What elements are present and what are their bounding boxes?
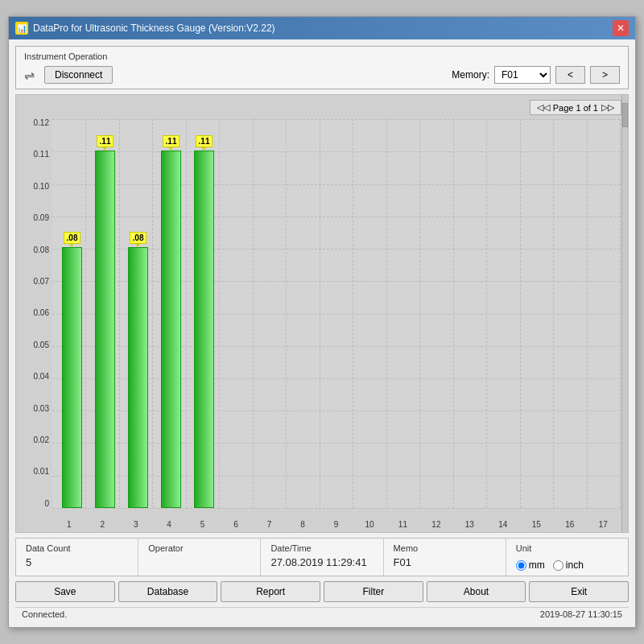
info-panel: Data Count 5 Operator Date/Time 27.08.20… — [15, 538, 629, 576]
bar-5: .11 — [194, 151, 214, 508]
filter-button[interactable]: Filter — [324, 581, 423, 602]
memo-label: Memo — [394, 543, 496, 553]
datetime-section: Date/Time 27.08.2019 11:29:41 — [261, 539, 383, 576]
window-title: DataPro for Ultrasonic Thickness Gauge (… — [33, 23, 275, 34]
x-axis-labels: 1 2 3 4 5 6 7 8 9 10 11 12 13 14 15 16 1… — [52, 520, 620, 529]
y-label-03: 0.03 — [34, 405, 49, 413]
instrument-controls: ⇌ Disconnect Memory: F01 < > — [24, 66, 620, 84]
main-window: 📊 DataPro for Ultrasonic Thickness Gauge… — [8, 16, 636, 628]
disconnect-button[interactable]: Disconnect — [44, 66, 113, 84]
report-button[interactable]: Report — [221, 581, 320, 602]
memory-section: Memory: F01 < > — [452, 66, 620, 84]
unit-inch-radio[interactable] — [553, 560, 564, 571]
unit-section: Unit mm inch — [506, 539, 628, 576]
bar-container: .08 .11 .08 .11 — [52, 119, 620, 508]
bar-slot-14 — [485, 119, 518, 508]
data-count-label: Data Count — [26, 543, 128, 553]
operator-label: Operator — [148, 543, 250, 553]
unit-inch-label[interactable]: inch — [553, 559, 584, 571]
x-label-9: 9 — [320, 520, 353, 529]
bar-slot-9 — [320, 119, 353, 508]
memo-section: Memo F01 — [384, 539, 506, 576]
x-label-11: 11 — [386, 520, 419, 529]
next-page-icon: ▷▷ — [601, 102, 614, 113]
bar-slot-15 — [518, 119, 551, 508]
y-label-12: 0.12 — [34, 119, 49, 127]
about-button[interactable]: About — [427, 581, 526, 602]
y-label-02: 0.02 — [34, 436, 49, 444]
bar-slot-1: .08 — [56, 119, 89, 508]
bar-label-1: .08 — [64, 232, 81, 244]
database-button[interactable]: Database — [118, 581, 218, 602]
unit-mm-text: mm — [529, 559, 545, 571]
x-label-8: 8 — [286, 520, 319, 529]
next-button[interactable]: > — [590, 66, 620, 84]
unit-label: Unit — [516, 543, 618, 553]
x-label-3: 3 — [119, 520, 152, 529]
x-label-15: 15 — [520, 520, 553, 529]
unit-controls: mm inch — [516, 559, 618, 571]
x-label-5: 5 — [186, 520, 219, 529]
grid-h-12 — [52, 508, 620, 509]
status-right: 2019-08-27 11:30:15 — [540, 609, 622, 619]
y-label-09: 0.09 — [34, 214, 49, 222]
bar-slot-3: .08 — [122, 119, 155, 508]
status-bar: Connected. 2019-08-27 11:30:15 — [15, 607, 629, 621]
y-label-08: 0.08 — [34, 246, 49, 254]
x-label-1: 1 — [52, 520, 85, 529]
bar-slot-16 — [551, 119, 584, 508]
prev-button[interactable]: < — [555, 66, 585, 84]
window-content: Instrument Operation ⇌ Disconnect Memory… — [9, 39, 635, 627]
y-label-07: 0.07 — [34, 278, 49, 286]
app-icon: 📊 — [15, 22, 28, 35]
chart-scrollbar[interactable] — [621, 95, 628, 532]
unit-inch-text: inch — [566, 559, 584, 571]
unit-mm-radio[interactable] — [516, 560, 526, 571]
x-label-6: 6 — [219, 520, 252, 529]
title-bar-left: 📊 DataPro for Ultrasonic Thickness Gauge… — [15, 22, 275, 35]
grid-v-17 — [620, 119, 621, 508]
close-button[interactable]: ✕ — [613, 20, 629, 36]
scrollbar-thumb — [622, 103, 628, 127]
y-label-05: 0.05 — [34, 341, 49, 349]
memory-select[interactable]: F01 — [494, 66, 551, 84]
title-bar: 📊 DataPro for Ultrasonic Thickness Gauge… — [9, 17, 635, 39]
x-label-17: 17 — [587, 520, 620, 529]
operator-section: Operator — [138, 539, 261, 576]
usb-icon: ⇌ — [24, 68, 35, 83]
x-label-14: 14 — [486, 520, 519, 529]
bar-slot-10 — [353, 119, 386, 508]
page-indicator: ◁◁ Page 1 of 1 ▷▷ — [530, 100, 621, 115]
y-label-10: 0.10 — [34, 183, 49, 191]
exit-button[interactable]: Exit — [529, 581, 629, 602]
y-axis-labels: 0.12 0.11 0.10 0.09 0.08 0.07 0.06 0.05 … — [16, 119, 52, 508]
y-label-00: 0 — [44, 500, 49, 508]
bar-4: .11 — [161, 151, 181, 508]
y-label-04: 0.04 — [34, 373, 49, 381]
bar-2: .11 — [95, 151, 115, 508]
datetime-value: 27.08.2019 11:29:41 — [270, 556, 373, 568]
bar-slot-8 — [287, 119, 320, 508]
bar-slot-13 — [452, 119, 485, 508]
bar-label-4: .11 — [163, 135, 180, 147]
memo-value: F01 — [394, 556, 496, 568]
bar-slot-7 — [254, 119, 287, 508]
y-label-11: 0.11 — [34, 151, 49, 159]
bar-slot-12 — [419, 119, 452, 508]
bar-label-3: .08 — [130, 232, 147, 244]
bar-slot-5: .11 — [188, 119, 221, 508]
bar-label-2: .11 — [97, 135, 114, 147]
bar-slot-17 — [584, 119, 617, 508]
x-label-2: 2 — [85, 520, 118, 529]
bar-slot-6 — [221, 119, 254, 508]
datetime-label: Date/Time — [270, 543, 373, 553]
save-button[interactable]: Save — [15, 581, 115, 602]
instrument-panel: Instrument Operation ⇌ Disconnect Memory… — [15, 46, 629, 89]
x-label-16: 16 — [553, 520, 586, 529]
chart-area: ◁◁ Page 1 of 1 ▷▷ 0.12 0.11 0.10 0.09 0.… — [15, 94, 629, 533]
unit-mm-label[interactable]: mm — [516, 559, 545, 571]
instrument-label: Instrument Operation — [24, 52, 620, 61]
data-count-section: Data Count 5 — [16, 539, 138, 576]
bar-3: .08 — [128, 247, 148, 508]
x-label-7: 7 — [253, 520, 286, 529]
